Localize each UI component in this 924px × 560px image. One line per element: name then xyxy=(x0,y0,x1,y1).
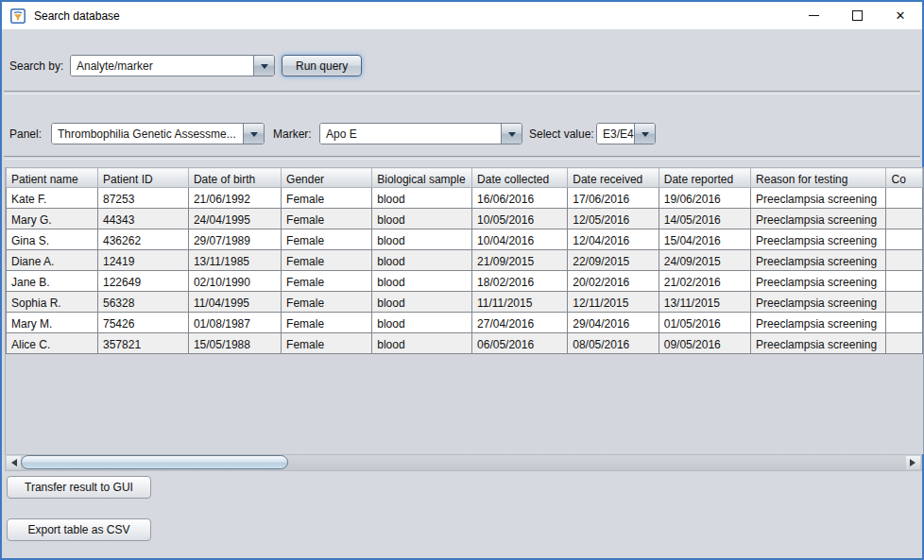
table-cell: 75426 xyxy=(98,313,189,333)
horizontal-scrollbar[interactable] xyxy=(5,454,922,471)
panel-combobox[interactable]: Thrombophilia Genetic Assessme... xyxy=(51,123,265,144)
marker-combobox[interactable]: Apo E xyxy=(319,123,522,144)
table-cell xyxy=(886,188,923,209)
chevron-down-icon[interactable] xyxy=(253,56,274,76)
transfer-result-button[interactable]: Transfer result to GUI xyxy=(7,476,151,499)
marker-label: Marker: xyxy=(273,127,312,141)
column-header[interactable]: Patient ID xyxy=(98,168,189,188)
table-cell: Female xyxy=(282,292,372,313)
chevron-down-icon[interactable] xyxy=(634,124,655,144)
table-cell: 44343 xyxy=(98,209,189,229)
table-cell xyxy=(886,292,923,313)
table-cell xyxy=(886,271,923,292)
export-csv-button[interactable]: Export table as CSV xyxy=(7,518,151,541)
table-cell: Mary G. xyxy=(7,209,98,229)
panel-label: Panel: xyxy=(9,127,42,141)
table-cell: 87253 xyxy=(98,188,189,209)
arrow-left-icon xyxy=(8,459,17,467)
search-by-label: Search by: xyxy=(9,59,63,73)
marker-combobox-value: Apo E xyxy=(320,124,501,144)
scroll-right-button[interactable] xyxy=(906,456,920,469)
table-cell: 19/06/2016 xyxy=(659,188,750,209)
table-row[interactable]: Jane B.12264902/10/1990Femaleblood18/02/… xyxy=(7,271,923,292)
table-cell: Preeclampsia screening xyxy=(751,292,886,313)
close-button[interactable]: ✕ xyxy=(879,2,922,29)
table-cell: 01/05/2016 xyxy=(659,313,750,333)
column-header[interactable]: Date collected xyxy=(472,168,568,188)
column-header[interactable]: Gender xyxy=(282,168,372,188)
table-cell: 06/05/2016 xyxy=(472,333,568,354)
table-row[interactable]: Mary M.7542601/08/1987Femaleblood27/04/2… xyxy=(7,313,923,333)
table-cell: 08/05/2016 xyxy=(568,333,659,354)
table-cell: 21/02/2016 xyxy=(659,271,750,292)
table-cell: 13/11/2015 xyxy=(659,292,750,313)
table-cell: 21/09/2015 xyxy=(472,250,568,271)
table-body: Kate F.8725321/06/1992Femaleblood16/06/2… xyxy=(7,188,923,354)
chevron-down-icon[interactable] xyxy=(501,124,522,144)
table-cell: Preeclampsia screening xyxy=(751,333,886,354)
table-row[interactable]: Diane A.1241913/11/1985Femaleblood21/09/… xyxy=(7,250,923,271)
table-cell xyxy=(886,250,923,271)
table-cell: Gina S. xyxy=(7,229,98,250)
table-cell: Preeclampsia screening xyxy=(751,209,886,229)
search-by-combobox[interactable]: Analyte/marker xyxy=(70,55,275,76)
table-cell: 29/04/2016 xyxy=(568,313,659,333)
minimize-button[interactable] xyxy=(792,2,835,29)
column-header[interactable]: Biological sample xyxy=(372,168,472,188)
table-cell: 18/02/2016 xyxy=(472,271,568,292)
table-row[interactable]: Alice C.35782115/05/1988Femaleblood06/05… xyxy=(7,333,923,354)
table-cell: 15/05/1988 xyxy=(188,333,281,354)
column-header[interactable]: Date received xyxy=(568,168,659,188)
chevron-down-icon[interactable] xyxy=(243,124,264,144)
column-header[interactable]: Reason for testing xyxy=(751,168,886,188)
table-row[interactable]: Mary G.4434324/04/1995Femaleblood10/05/2… xyxy=(7,209,923,229)
close-icon: ✕ xyxy=(896,9,906,22)
table-cell: 11/11/2015 xyxy=(472,292,568,313)
table-cell: Preeclampsia screening xyxy=(751,188,886,209)
table-cell: 24/04/1995 xyxy=(188,209,281,229)
column-header[interactable]: Date of birth xyxy=(188,168,281,188)
select-value-combobox-value: E3/E4 xyxy=(597,124,634,144)
table-row[interactable]: Gina S.43626229/07/1989Femaleblood10/04/… xyxy=(7,229,923,250)
panel-combobox-value: Thrombophilia Genetic Assessme... xyxy=(52,124,243,144)
table-cell: 01/08/1987 xyxy=(188,313,281,333)
column-header[interactable]: Patient name xyxy=(7,168,98,188)
table-cell: Diane A. xyxy=(7,250,98,271)
table-cell: 02/10/1990 xyxy=(188,271,281,292)
table-cell: blood xyxy=(372,209,472,229)
table-cell: 122649 xyxy=(98,271,189,292)
table-cell: Kate F. xyxy=(7,188,98,209)
table-cell: 29/07/1989 xyxy=(188,229,281,250)
table-cell: Sophia R. xyxy=(7,292,98,313)
table-cell: blood xyxy=(372,250,472,271)
table-cell: Female xyxy=(282,188,372,209)
window-title: Search database xyxy=(34,9,120,23)
table-cell xyxy=(886,209,923,229)
table-cell: 436262 xyxy=(98,229,189,250)
maximize-button[interactable] xyxy=(835,2,879,29)
select-value-label: Select value: xyxy=(529,127,594,141)
table-cell: Alice C. xyxy=(7,333,98,354)
column-header[interactable]: Date reported xyxy=(659,168,750,188)
table-cell: Female xyxy=(282,271,372,292)
table-cell: Preeclampsia screening xyxy=(751,313,886,333)
run-query-button[interactable]: Run query xyxy=(282,55,362,76)
table-cell: Female xyxy=(282,250,372,271)
table-cell: 56328 xyxy=(98,292,189,313)
table-row[interactable]: Kate F.8725321/06/1992Femaleblood16/06/2… xyxy=(7,188,923,209)
table-cell: 10/05/2016 xyxy=(472,209,568,229)
results-scrollpane: Patient namePatient IDDate of birthGende… xyxy=(5,167,924,454)
column-header[interactable]: Co xyxy=(886,168,923,188)
scrollbar-thumb[interactable] xyxy=(21,455,288,469)
table-cell: Preeclampsia screening xyxy=(751,250,886,271)
table-cell xyxy=(886,313,923,333)
table-cell: 13/11/1985 xyxy=(188,250,281,271)
table-cell xyxy=(886,333,923,354)
table-row[interactable]: Sophia R.5632811/04/1995Femaleblood11/11… xyxy=(7,292,923,313)
arrow-right-icon xyxy=(910,459,919,467)
table-cell: blood xyxy=(372,313,472,333)
select-value-combobox[interactable]: E3/E4 xyxy=(596,123,656,144)
minimize-icon xyxy=(809,15,819,16)
table-cell: Female xyxy=(282,333,372,354)
scroll-left-button[interactable] xyxy=(7,456,21,469)
